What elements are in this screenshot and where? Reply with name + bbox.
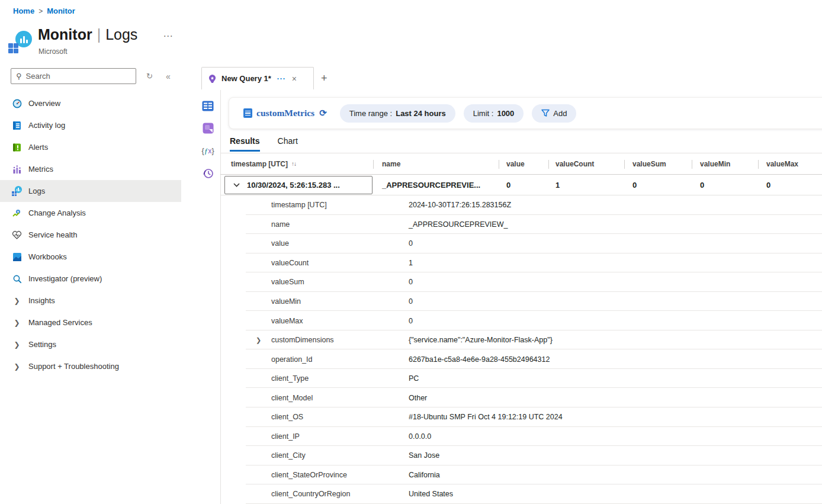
detail-row-customdimensions[interactable]: ❯ customDimensions{"service.name":"Azure… [220,330,822,350]
detail-value: 0 [409,317,413,325]
sort-icons[interactable]: ↑↓ [291,160,296,167]
search-input-wrap: ⚲ [11,68,136,84]
column-header-value[interactable]: value [499,153,548,174]
table-chip[interactable]: customMetrics [243,108,314,118]
search-input[interactable] [26,72,131,81]
breadcrumb-home-link[interactable]: Home [13,7,34,15]
tab-chart[interactable]: Chart [278,136,298,152]
query-tab-label: New Query 1* [221,74,271,83]
row-details: timestamp [UTC]2024-10-30T17:26:15.28315… [220,195,822,504]
detail-row[interactable]: client_OS#18-Ubuntu SMP Fri Oct 4 19:12:… [220,407,822,427]
limit-pill[interactable]: Limit : 1000 [464,104,524,123]
column-label: valueCount [556,160,594,168]
detail-row[interactable]: client_StateOrProvinceCalifornia [220,466,822,485]
chevron-right-icon[interactable]: ❯ [256,336,261,344]
sidebar-item-label: Settings [28,340,56,349]
limit-value: 1000 [497,109,514,118]
detail-value: California [409,471,440,479]
row-value: 0 [499,181,548,190]
sidebar-collapse-icon[interactable]: « [166,72,171,81]
funnel-icon [541,109,550,117]
sidebar-item-service-health[interactable]: Service health [0,224,181,246]
change-analysis-icon [12,208,22,218]
breadcrumb-separator: > [38,7,43,15]
detail-value: Other [409,394,427,402]
detail-row[interactable]: client_ModelOther [220,388,822,407]
sidebar-item-support-troubleshooting[interactable]: ❯ Support + Troubleshooting [0,355,181,377]
page-subtitle: Microsoft [38,47,68,56]
column-label: valueMin [700,160,730,168]
new-tab-button[interactable]: + [321,72,327,85]
sidebar-item-managed-services[interactable]: ❯ Managed Services [0,312,181,333]
column-header-timestamp[interactable]: timestamp [UTC] ↑↓ [220,153,373,174]
column-header-name[interactable]: name [373,153,499,174]
detail-key: client_Model [220,394,409,402]
query-refresh-icon[interactable]: ⟳ [319,108,327,118]
tables-panel-icon[interactable] [202,99,214,112]
detail-key: operation_Id [220,355,409,364]
chevron-down-icon[interactable] [233,183,240,187]
breadcrumb-monitor-link[interactable]: Monitor [47,7,75,15]
sidebar-item-label: Service health [28,230,77,239]
sidebar-item-investigator[interactable]: Investigator (preview) [0,268,181,290]
detail-row[interactable]: valueMin0 [220,292,822,312]
sidebar-item-label: Overview [28,99,60,108]
detail-row[interactable]: value0 [220,234,822,253]
detail-row[interactable]: client_CitySan Jose [220,446,822,466]
sidebar-item-alerts[interactable]: Alerts [0,136,181,158]
sidebar-item-overview[interactable]: Overview [0,92,181,114]
query-history-icon[interactable] [202,167,214,179]
sidebar-item-change-analysis[interactable]: Change Analysis [0,202,181,224]
sidebar-item-workbooks[interactable]: Workbooks [0,246,181,268]
detail-key: client_Type [220,374,409,383]
query-tab[interactable]: New Query 1* ··· × [201,67,314,89]
page-title: Monitor|Logs [38,26,137,43]
chevron-right-icon: ❯ [12,362,22,371]
detail-row[interactable]: name_APPRESOURCEPREVIEW_ [220,215,822,235]
sidebar-item-activity-log[interactable]: Activity log [0,114,181,136]
results-grid-header: timestamp [UTC] ↑↓ name value valueCount… [220,153,822,175]
detail-row[interactable]: client_IP0.0.0.0 [220,427,822,447]
row-valuesum: 0 [624,181,692,190]
detail-row[interactable]: client_TypePC [220,369,822,389]
detail-row[interactable]: client_CountryOrRegionUnited States [220,484,822,504]
detail-row[interactable]: valueCount1 [220,253,822,273]
service-health-icon [12,230,22,240]
monitor-app-icon [8,31,32,54]
detail-key: value [220,239,409,248]
tab-close-icon[interactable]: × [292,74,297,84]
tab-results[interactable]: Results [230,136,260,152]
sidebar-refresh-icon[interactable]: ↻ [146,72,153,81]
row-valuemin: 0 [692,181,758,190]
result-row[interactable]: 10/30/2024, 5:26:15.283 ... _APPRESOURCE… [220,175,822,195]
add-filter-pill[interactable]: Add [532,104,576,123]
column-header-valuemin[interactable]: valueMin [692,153,758,174]
detail-row[interactable]: valueMax0 [220,311,822,330]
tab-more-icon[interactable]: ··· [277,75,286,83]
sidebar-item-metrics[interactable]: Metrics [0,158,181,180]
functions-panel-icon[interactable]: {ƒx} [202,145,214,157]
detail-row[interactable]: valueSum0 [220,272,822,292]
column-header-valuemax[interactable]: valueMax [758,153,822,174]
page-title-secondary: Logs [105,26,137,43]
detail-row[interactable]: operation_Id6267ba1e-c5a8-4e6e-9a28-455b… [220,349,822,369]
search-icon: ⚲ [16,72,22,81]
activity-log-icon [12,120,22,130]
title-more-icon[interactable]: ... [163,28,173,39]
column-header-valuesum[interactable]: valueSum [624,153,692,174]
sidebar-item-settings[interactable]: ❯ Settings [0,333,181,355]
detail-value: 6267ba1e-c5a8-4e6e-9a28-455b24964312 [409,355,550,364]
sidebar-item-logs[interactable]: Logs [0,180,181,202]
row-timestamp: 10/30/2024, 5:26:15.283 ... [247,181,340,190]
column-header-valuecount[interactable]: valueCount [548,153,624,174]
column-label: value [506,160,525,168]
detail-value: 0 [409,239,413,248]
time-range-pill[interactable]: Time range : Last 24 hours [340,104,455,123]
detail-key: valueMin [220,297,409,306]
queries-panel-icon[interactable] [202,122,214,134]
query-bar: customMetrics ⟳ Time range : Last 24 hou… [229,97,822,129]
detail-row[interactable]: timestamp [UTC]2024-10-30T17:26:15.28315… [220,195,822,215]
focused-timestamp-cell[interactable]: 10/30/2024, 5:26:15.283 ... [224,176,373,194]
detail-value: San Jose [409,451,439,460]
sidebar-item-insights[interactable]: ❯ Insights [0,290,181,312]
